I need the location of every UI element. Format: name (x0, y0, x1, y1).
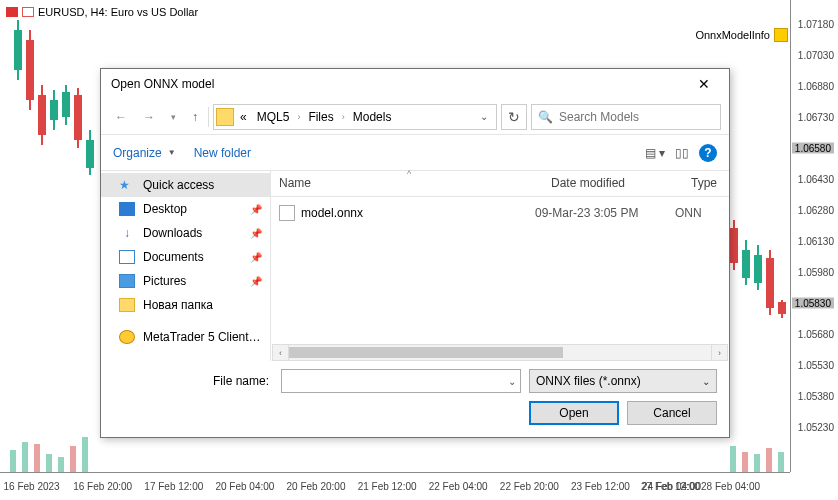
doc-icon (119, 250, 135, 264)
x-tick: 20 Feb 20:00 (287, 481, 346, 492)
filename-label: File name: (113, 374, 273, 388)
x-tick: 22 Feb 04:00 (429, 481, 488, 492)
y-tick: 1.05230 (798, 422, 834, 433)
recent-dropdown-icon[interactable]: ▾ (165, 108, 182, 126)
y-tick: 1.06280 (798, 205, 834, 216)
pin-icon: 📌 (250, 228, 262, 239)
pic-icon (119, 274, 135, 288)
toolbar: Organize ▼ New folder ▤ ▾ ▯▯ ? (101, 135, 729, 171)
col-name[interactable]: Name (271, 171, 543, 196)
breadcrumb-seg[interactable]: Models (349, 108, 396, 126)
y-tick: 1.07030 (798, 49, 834, 60)
y-tick: 1.05380 (798, 391, 834, 402)
column-headers[interactable]: Name Date modified Type (271, 171, 729, 197)
organize-menu[interactable]: Organize ▼ (113, 146, 176, 160)
col-date[interactable]: Date modified (543, 171, 683, 196)
y-tick: 1.06730 (798, 112, 834, 123)
file-icon (279, 205, 295, 221)
separator (208, 107, 209, 127)
close-icon[interactable]: ✕ (689, 76, 719, 92)
breadcrumb-prefix: « (236, 108, 251, 126)
scroll-right-icon[interactable]: › (711, 344, 728, 361)
sidebar-item-label: Quick access (143, 178, 214, 192)
dialog-body: ★Quick accessDesktop📌↓Downloads📌Document… (101, 171, 729, 361)
y-tick: 1.05830 (792, 298, 834, 309)
x-tick: 16 Feb 20:00 (73, 481, 132, 492)
sidebar-item-label: Downloads (143, 226, 202, 240)
sidebar-item[interactable]: ★Quick access (101, 173, 270, 197)
scroll-left-icon[interactable]: ‹ (272, 344, 289, 361)
chevron-down-icon: ⌄ (702, 376, 710, 387)
cancel-button[interactable]: Cancel (627, 401, 717, 425)
x-tick: 20 Feb 04:00 (215, 481, 274, 492)
file-date: 09-Mar-23 3:05 PM (535, 206, 675, 220)
folder-icon (216, 108, 234, 126)
up-icon[interactable]: ↑ (186, 106, 204, 128)
y-tick: 1.05980 (798, 266, 834, 277)
new-folder-button[interactable]: New folder (194, 146, 251, 160)
open-button[interactable]: Open (529, 401, 619, 425)
sidebar[interactable]: ★Quick accessDesktop📌↓Downloads📌Document… (101, 171, 271, 361)
dialog-title: Open ONNX model (111, 77, 214, 91)
breadcrumb-seg[interactable]: MQL5 (253, 108, 294, 126)
x-tick: 28 Feb 04:00 (701, 481, 760, 492)
open-dialog: Open ONNX model ✕ ← → ▾ ↑ « MQL5 › Files… (100, 68, 730, 438)
x-axis: 16 Feb 202316 Feb 20:0017 Feb 12:0020 Fe… (0, 472, 790, 500)
nav-bar: ← → ▾ ↑ « MQL5 › Files › Models ⌄ ↻ 🔍 (101, 99, 729, 135)
sidebar-item[interactable]: ↓Downloads📌 (101, 221, 270, 245)
scroll-track[interactable] (289, 344, 711, 361)
file-type: ONN (675, 206, 721, 220)
x-tick: 16 Feb 2023 (4, 481, 60, 492)
scroll-thumb[interactable] (289, 347, 563, 358)
y-tick: 1.06130 (798, 236, 834, 247)
sidebar-item-label: MetaTrader 5 Client Terminal (143, 330, 262, 344)
horizontal-scrollbar[interactable]: ‹ › (271, 344, 729, 361)
search-icon: 🔍 (538, 110, 553, 124)
y-tick: 1.06580 (792, 142, 834, 153)
x-tick: 21 Feb 12:00 (358, 481, 417, 492)
x-tick: 17 Feb 12:00 (144, 481, 203, 492)
search-box[interactable]: 🔍 (531, 104, 721, 130)
help-icon[interactable]: ? (699, 144, 717, 162)
organize-label: Organize (113, 146, 162, 160)
chevron-down-icon: ▼ (168, 148, 176, 157)
pin-icon: 📌 (250, 252, 262, 263)
pin-icon: 📌 (250, 276, 262, 287)
dialog-bottom: File name: ⌄ ONNX files (*.onnx) ⌄ Open … (101, 361, 729, 437)
back-icon[interactable]: ← (109, 106, 133, 128)
y-axis: 1.071801.070301.068801.067301.065801.064… (790, 0, 838, 472)
sidebar-item[interactable]: Desktop📌 (101, 197, 270, 221)
filename-combobox[interactable]: ⌄ (281, 369, 521, 393)
down-icon: ↓ (119, 226, 135, 240)
chevron-right-icon: › (340, 112, 347, 122)
file-list[interactable]: model.onnx09-Mar-23 3:05 PMONN (271, 197, 729, 344)
sidebar-item[interactable]: Новая папка (101, 293, 270, 317)
filter-label: ONNX files (*.onnx) (536, 374, 641, 388)
y-tick: 1.07180 (798, 18, 834, 29)
y-tick: 1.05680 (798, 329, 834, 340)
sidebar-item[interactable]: MetaTrader 5 Client Terminal (101, 325, 270, 349)
sidebar-item[interactable]: Documents📌 (101, 245, 270, 269)
titlebar: Open ONNX model ✕ (101, 69, 729, 99)
sidebar-item[interactable]: Pictures📌 (101, 269, 270, 293)
filename-input[interactable] (282, 374, 502, 388)
y-tick: 1.06430 (798, 173, 834, 184)
sidebar-item-label: Desktop (143, 202, 187, 216)
search-input[interactable] (559, 110, 714, 124)
y-tick: 1.05530 (798, 360, 834, 371)
chevron-down-icon[interactable]: ⌄ (502, 376, 520, 387)
sidebar-item-label: Documents (143, 250, 204, 264)
x-tick: 27 Feb 12:00 (641, 481, 700, 492)
sidebar-item-label: Новая папка (143, 298, 213, 312)
chevron-down-icon[interactable]: ⌄ (474, 111, 494, 122)
preview-pane-icon[interactable]: ▯▯ (675, 146, 689, 160)
col-type[interactable]: Type (683, 171, 729, 196)
forward-icon[interactable]: → (137, 106, 161, 128)
file-row[interactable]: model.onnx09-Mar-23 3:05 PMONN (271, 201, 729, 225)
view-mode-icon[interactable]: ▤ ▾ (645, 146, 665, 160)
refresh-icon[interactable]: ↻ (501, 104, 527, 130)
address-bar[interactable]: « MQL5 › Files › Models ⌄ (213, 104, 497, 130)
breadcrumb-seg[interactable]: Files (304, 108, 337, 126)
filetype-filter[interactable]: ONNX files (*.onnx) ⌄ (529, 369, 717, 393)
x-tick: 23 Feb 12:00 (571, 481, 630, 492)
